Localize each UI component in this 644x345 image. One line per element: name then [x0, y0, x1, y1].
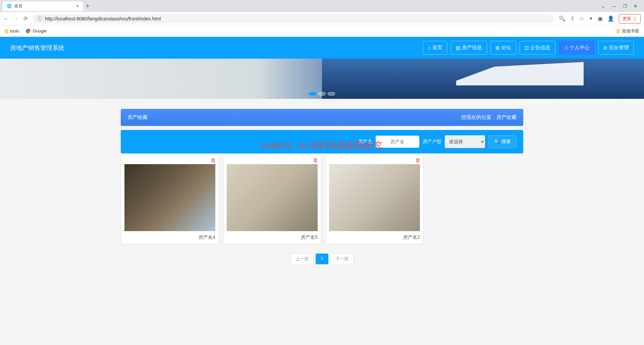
carousel-dot[interactable]: [309, 92, 316, 95]
bookmark-tools[interactable]: ▇tools: [5, 28, 19, 33]
browser-tab[interactable]: 🌐 首页 ✕: [3, 1, 83, 11]
carousel-dot[interactable]: [318, 92, 326, 95]
next-page-button[interactable]: 下一页: [330, 254, 354, 264]
forward-icon[interactable]: →: [13, 16, 19, 22]
new-tab-button[interactable]: +: [86, 3, 90, 10]
close-icon[interactable]: ✕: [634, 4, 637, 9]
main-navbar: 房地产销售管理系统 ⌂首页 ▤房产信息 ⊞论坛 ⊡公告信息 ☃个人中心 ⊘后台管…: [0, 37, 644, 59]
carousel-dot[interactable]: [328, 92, 335, 95]
property-name: 房产名2: [329, 234, 420, 240]
list-icon: ▤: [456, 45, 461, 51]
star-icon[interactable]: ☆: [579, 15, 584, 22]
property-image: [227, 164, 318, 231]
nav-personal-center[interactable]: ☃个人中心: [559, 41, 595, 55]
bookmarks-bar: ▇tools Google ▇其他书签: [0, 25, 644, 37]
hero-banner: [0, 59, 644, 99]
watermark-text: code51. cn-源码乐园盗图必究: [121, 139, 523, 151]
nav-property-info[interactable]: ▤房产信息: [451, 41, 487, 55]
brand-title: 房地产销售管理系统: [10, 44, 64, 52]
google-icon: [26, 29, 31, 33]
nav-notice[interactable]: ⊡公告信息: [520, 41, 555, 55]
property-card[interactable]: 🗑 房产名2: [325, 154, 424, 244]
delete-icon[interactable]: 🗑: [313, 157, 318, 163]
home-icon: ⌂: [428, 45, 431, 51]
person-icon: ☃: [564, 45, 568, 51]
browser-chrome: 🌐 首页 ✕ + ⌄ ― ❐ ✕ ← → ⟳ i http://localhos…: [0, 0, 644, 37]
share-icon[interactable]: ⇪: [570, 15, 575, 22]
property-cards: 🗑 房产名4 🗑 房产名5 🗑 房产名2: [121, 154, 523, 244]
delete-icon[interactable]: 🗑: [211, 157, 216, 163]
info-icon[interactable]: i: [37, 16, 42, 21]
address-bar: ← → ⟳ i http://localhost:8080/fangdicanx…: [0, 12, 644, 25]
tab-close-icon[interactable]: ✕: [76, 4, 79, 8]
bookmark-other[interactable]: ▇其他书签: [616, 28, 639, 34]
nav-forum[interactable]: ⊞论坛: [490, 41, 516, 55]
delete-icon[interactable]: 🗑: [415, 157, 421, 163]
dropdown-icon[interactable]: ⌄: [601, 4, 605, 9]
url-text: http://localhost:8080/fangdicanxiaoshou/…: [45, 16, 161, 21]
back-icon[interactable]: ←: [3, 16, 9, 22]
pagination: 上一页 1 下一页: [121, 254, 523, 264]
carousel-indicators: [309, 92, 335, 95]
main-container: 房产收藏 您现在的位置：房产收藏 房产名 房产户型 请选择 🔍 搜索 code5…: [121, 109, 523, 264]
prev-page-button[interactable]: 上一页: [290, 254, 314, 264]
url-input[interactable]: i http://localhost:8080/fangdicanxiaosho…: [33, 14, 554, 23]
location-text: 您现在的位置：房产收藏: [461, 114, 517, 121]
profile-icon[interactable]: 👤: [607, 15, 614, 22]
toolbar-right: 🔍 ⇪ ☆ ✦ ▣ 👤 更新 ⋮: [559, 14, 641, 23]
tab-title: 首页: [14, 3, 22, 9]
folder-icon: ▇: [616, 28, 620, 33]
page-number[interactable]: 1: [316, 254, 328, 264]
zoom-icon[interactable]: 🔍: [559, 15, 566, 22]
property-image: [329, 164, 420, 231]
page-title: 房产收藏: [127, 114, 148, 121]
minimize-icon[interactable]: ―: [612, 4, 616, 9]
property-image: [124, 164, 215, 231]
grid-icon: ⊡: [525, 45, 529, 51]
property-card[interactable]: 🗑 房产名4: [121, 154, 219, 244]
car-icon: ⊞: [495, 45, 500, 51]
bookmark-google[interactable]: Google: [26, 28, 47, 33]
window-controls: ⌄ ― ❐ ✕: [601, 4, 641, 9]
nav-admin[interactable]: ⊘后台管理: [598, 41, 634, 55]
breadcrumb: 房产收藏 您现在的位置：房产收藏: [121, 109, 523, 126]
extensions-icon[interactable]: ✦: [589, 15, 593, 22]
reload-icon[interactable]: ⟳: [23, 15, 28, 22]
nav-home[interactable]: ⌂首页: [423, 41, 447, 55]
menu-dots-icon: ⋮: [633, 16, 637, 21]
nav-links: ⌂首页 ▤房产信息 ⊞论坛 ⊡公告信息 ☃个人中心 ⊘后台管理: [423, 41, 634, 55]
panel-icon[interactable]: ▣: [598, 15, 603, 22]
maximize-icon[interactable]: ❐: [623, 4, 627, 9]
property-card[interactable]: 🗑 房产名5: [223, 154, 321, 244]
globe-icon: 🌐: [7, 4, 12, 8]
folder-icon: ▇: [5, 28, 8, 33]
tab-bar: 🌐 首页 ✕ + ⌄ ― ❐ ✕: [0, 0, 644, 12]
property-name: 房产名5: [227, 234, 318, 240]
property-name: 房产名4: [124, 234, 215, 240]
link-icon: ⊘: [603, 45, 607, 51]
update-button[interactable]: 更新 ⋮: [619, 14, 641, 23]
